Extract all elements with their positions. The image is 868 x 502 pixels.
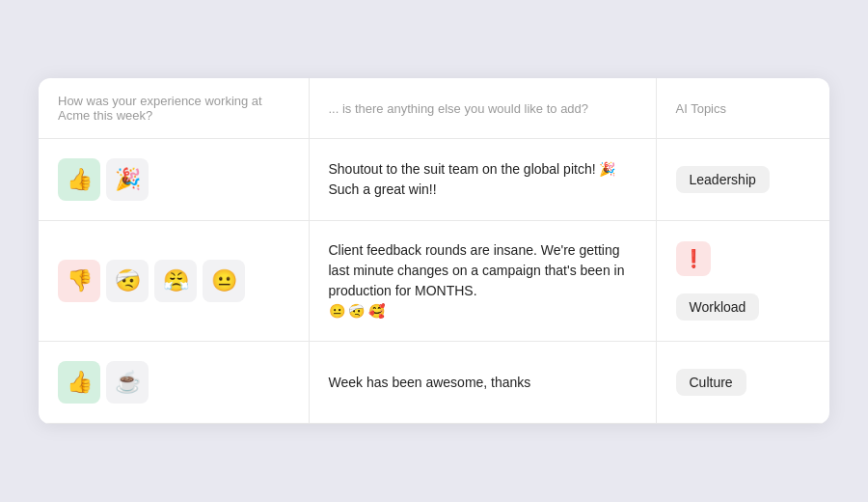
emoji-bubble: 🎉: [106, 158, 149, 201]
emoji-cell-0: 👍🎉: [39, 139, 309, 221]
emoji-bubble: 👍: [58, 361, 100, 404]
emoji-bubble: 👎: [58, 260, 100, 302]
emoji-bubble: 😤: [154, 260, 197, 302]
topic-badge[interactable]: Culture: [676, 369, 746, 396]
feedback-cell-0: Shoutout to the suit team on the global …: [309, 139, 656, 221]
feedback-text: Client feedback rounds are insane. We're…: [329, 240, 637, 321]
emoji-cell-2: 👍☕: [39, 342, 309, 424]
alert-icon: ❗: [676, 241, 711, 276]
table-row: 👍🎉Shoutout to the suit team on the globa…: [39, 139, 829, 221]
emoji-bubble: ☕: [106, 361, 149, 404]
topic-badge[interactable]: Leadership: [676, 166, 770, 193]
feedback-text: Week has been awesome, thanks: [329, 373, 637, 393]
feedback-cell-2: Week has been awesome, thanks: [309, 342, 656, 424]
emoji-bubble: 🤕: [106, 260, 149, 302]
topics-cell-0: Leadership: [656, 139, 829, 221]
emoji-bubble: 👍: [58, 158, 100, 201]
col-header-question: How was your experience working at Acme …: [39, 78, 309, 139]
table-row: 👎🤕😤😐Client feedback rounds are insane. W…: [39, 221, 829, 342]
emoji-cell-1: 👎🤕😤😐: [39, 221, 309, 342]
col-header-topics: AI Topics: [656, 78, 829, 139]
table-row: 👍☕Week has been awesome, thanksCulture: [39, 342, 829, 424]
feedback-cell-1: Client feedback rounds are insane. We're…: [309, 221, 656, 342]
topics-cell-2: Culture: [656, 342, 829, 424]
emoji-bubble: 😐: [203, 260, 245, 302]
col-header-feedback: ... is there anything else you would lik…: [309, 78, 656, 139]
feedback-text: Shoutout to the suit team on the global …: [329, 159, 637, 200]
main-card: How was your experience working at Acme …: [39, 78, 829, 424]
topic-badge[interactable]: Workload: [676, 293, 760, 321]
topics-cell-1: ❗Workload: [656, 221, 829, 342]
